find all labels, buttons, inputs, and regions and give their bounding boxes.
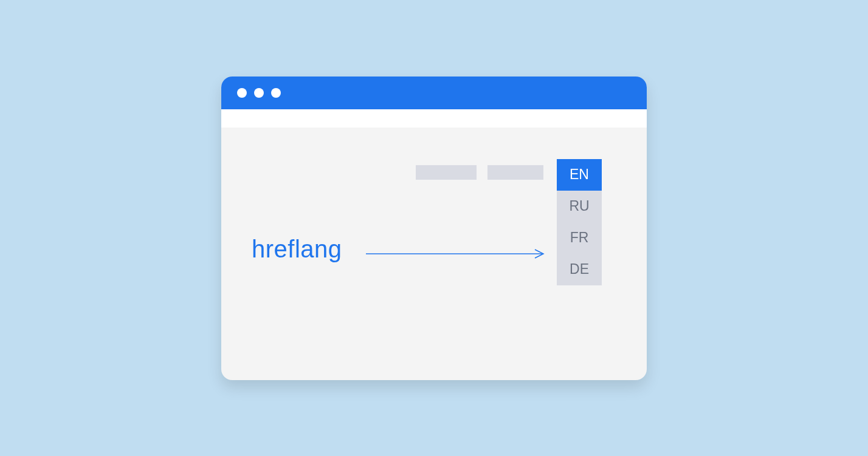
window-control-icon	[271, 88, 281, 98]
language-option-de[interactable]: DE	[557, 254, 602, 285]
content-area: EN RU FR DE hreflang	[221, 128, 647, 380]
browser-window: EN RU FR DE hreflang	[221, 77, 647, 380]
arrow-icon	[366, 248, 548, 260]
window-control-icon	[237, 88, 247, 98]
language-option-en[interactable]: EN	[557, 159, 602, 191]
language-option-fr[interactable]: FR	[557, 222, 602, 254]
nav-placeholder	[487, 165, 543, 180]
address-bar	[221, 109, 647, 128]
language-dropdown[interactable]: EN RU FR DE	[557, 159, 602, 285]
nav-placeholder	[416, 165, 477, 180]
window-control-icon	[254, 88, 264, 98]
language-option-ru[interactable]: RU	[557, 191, 602, 222]
hreflang-label: hreflang	[252, 236, 342, 263]
title-bar	[221, 77, 647, 109]
